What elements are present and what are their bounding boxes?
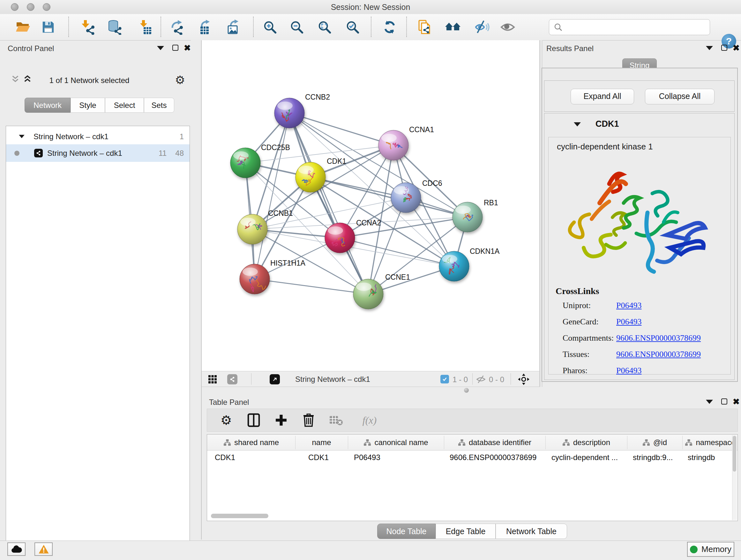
column-header-name[interactable]: name [295,435,348,450]
network-node-CCNB1[interactable] [238,214,267,244]
string-view-toggle-icon[interactable] [227,374,238,384]
hidden-eye-slash-icon[interactable] [476,374,486,385]
network-options-gear-icon[interactable]: ⚙ [175,73,185,87]
tab-node-table[interactable]: Node Table [377,523,435,539]
import-network-from-database-button[interactable] [106,19,123,36]
network-node-CDC6[interactable] [391,183,421,212]
network-edge[interactable] [255,113,289,279]
eye-slash-blue-icon [475,19,490,35]
network-node-CDK1[interactable] [295,162,326,192]
results-panel-close-icon[interactable]: ✖ [733,45,740,51]
column-header-id[interactable]: @id [627,435,682,450]
delete-table-icon[interactable] [328,412,344,428]
network-edge[interactable] [311,177,468,217]
gene-card: cyclin-dependent kinase 1 [548,137,731,374]
refresh-view-button[interactable] [381,19,398,36]
cloud-status-button[interactable] [7,543,25,556]
column-header-database-identifier[interactable]: database identifier [444,435,545,450]
network-node-CDC25B[interactable] [230,148,260,178]
tab-style[interactable]: Style [71,98,105,113]
import-network-button[interactable] [79,19,96,36]
control-panel-float-icon[interactable] [172,45,179,51]
network-node-CCNA1[interactable] [379,130,408,160]
zoom-fit-button[interactable] [316,19,333,36]
column-header-canonical-name[interactable]: canonical name [348,435,444,450]
crosslink-value[interactable]: P06493 [616,317,642,326]
window-title: Session: New Session [0,0,741,14]
control-panel-close-icon[interactable]: ✖ [184,45,191,51]
tab-network-table[interactable]: Network Table [495,523,567,539]
crosslink-value[interactable]: P06493 [616,366,642,375]
expand-all-button[interactable]: Expand All [570,89,634,105]
network-collection-row[interactable]: String Network – cdk1 1 [6,128,190,145]
crosslink-value[interactable]: 9606.ENSP00000378699 [616,333,701,343]
column-header-shared-name[interactable]: shared name [207,435,295,450]
results-panel-float-icon[interactable] [721,45,727,51]
horizontal-splitter[interactable] [202,387,741,393]
network-node-HIST1H1A[interactable] [240,264,270,294]
selected-checkbox-icon[interactable] [441,375,449,383]
scrollbar-thumb[interactable] [733,436,736,472]
position-crosshair-icon[interactable] [518,373,530,387]
save-session-button[interactable] [40,19,57,36]
column-header-description[interactable]: description [545,435,627,450]
crosslinks-list: Uniprot:P06493 GeneCard:P06493 Compartme… [562,301,701,382]
birds-eye-view-icon[interactable] [270,374,280,384]
zoom-in-button[interactable] [262,19,278,36]
zoom-selected-icon [345,20,360,35]
first-neighbors-button[interactable] [445,19,461,36]
network-view-canvas[interactable]: CCNB2CCNA1CDC25BCDK1CDC6RB1CCNB1CCNA2CDK… [202,40,539,371]
crosslink-value[interactable]: P06493 [616,301,642,310]
network-node-CCNE1[interactable] [353,279,383,309]
collapse-all-button[interactable]: Collapse All [645,89,715,105]
crosslink-label: Uniprot: [562,301,616,310]
clone-network-button[interactable] [417,19,433,36]
network-node-CDKN1A[interactable] [439,251,469,281]
show-columns-icon[interactable] [246,412,262,428]
crosslink-value[interactable]: 9606.ENSP00000378699 [616,350,701,359]
table-panel-float-icon[interactable] [721,398,727,405]
table-vertical-scrollbar[interactable] [732,435,737,520]
network-node-CCNB2[interactable] [274,98,305,128]
network-node-CCNA2[interactable] [325,223,355,253]
function-builder-icon[interactable]: f(x) [355,412,384,428]
gene-collapse-icon[interactable] [574,122,581,126]
open-session-button[interactable] [15,19,31,36]
results-panel-menu-icon[interactable] [706,46,713,50]
tab-network[interactable]: Network [24,98,71,113]
zoom-selected-button[interactable] [344,19,361,36]
show-hide-graphics-button[interactable] [474,19,490,36]
export-image-button[interactable] [226,19,242,36]
zoom-out-button[interactable] [288,19,305,36]
splitter-dot-handle[interactable] [464,388,469,393]
table-horizontal-scrollbar[interactable] [211,514,268,518]
add-column-icon[interactable] [273,412,289,428]
node-label-CCNB2: CCNB2 [305,93,330,101]
tab-select[interactable]: Select [105,98,144,113]
network-graph[interactable]: CCNB2CCNA1CDC25BCDK1CDC6RB1CCNB1CCNA2CDK… [202,40,539,371]
tab-edge-table[interactable]: Edge Table [435,523,495,539]
network-edge[interactable] [255,279,368,294]
network-row[interactable]: String Network – cdk1 11 48 [6,144,190,162]
memory-button[interactable]: Memory [687,542,734,557]
show-grid-icon[interactable] [208,375,217,385]
show-graphics-details-button[interactable] [499,19,516,36]
tab-sets[interactable]: Sets [144,98,174,113]
main-toolbar: ? [0,14,741,41]
table-panel-close-icon[interactable]: ✖ [733,398,740,405]
export-network-button[interactable] [169,19,186,36]
network-node-RB1[interactable] [453,202,482,232]
warning-status-button[interactable] [35,543,53,556]
toolbar-separator [406,17,407,37]
export-table-button[interactable] [197,19,214,36]
vertical-splitter-left[interactable] [191,40,202,540]
column-header-namespace[interactable]: namespace [682,435,738,450]
network-edge[interactable] [289,113,394,145]
import-table-button[interactable] [137,19,153,36]
table-panel-menu-icon[interactable] [706,400,713,404]
collection-expander-icon[interactable] [19,135,24,138]
table-options-gear-icon[interactable]: ⚙ [218,412,234,428]
delete-column-trash-icon[interactable] [300,412,317,428]
search-input[interactable] [565,22,710,32]
control-panel-menu-icon[interactable] [157,46,164,50]
